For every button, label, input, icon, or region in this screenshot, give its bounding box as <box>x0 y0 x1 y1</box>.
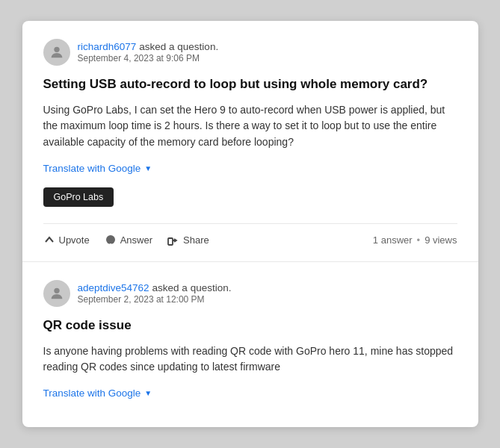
posts-card: richardh6077 asked a question. September… <box>22 21 478 427</box>
upvote-label: Upvote <box>59 234 90 246</box>
upvote-icon <box>43 234 55 246</box>
username-1[interactable]: richardh6077 <box>78 41 137 52</box>
svg-point-4 <box>54 288 59 293</box>
translate-label-1: Translate with Google <box>43 163 141 174</box>
view-count: 9 views <box>425 234 457 246</box>
post-title-1: Setting USB auto-record to loop but usin… <box>43 76 457 93</box>
post-header-2: adeptdive54762 asked a question. Septemb… <box>43 280 457 307</box>
post-meta-2: adeptdive54762 asked a question. Septemb… <box>78 282 232 305</box>
timestamp-1: September 4, 2023 at 9:06 PM <box>78 53 219 63</box>
answer-button[interactable]: Answer <box>99 234 161 246</box>
answer-count: 1 answer <box>373 234 413 246</box>
user-icon <box>49 44 65 60</box>
post-stats-1: 1 answer • 9 views <box>373 234 457 246</box>
asked-text-1: asked a question. <box>139 41 218 52</box>
post-footer-1: Upvote Answer Share 1 answer • 9 vi <box>43 223 457 246</box>
share-button[interactable]: Share <box>161 234 218 246</box>
chevron-down-icon-2: ▼ <box>144 389 152 397</box>
translate-button-1[interactable]: Translate with Google ▼ <box>43 163 152 174</box>
share-icon <box>167 234 179 246</box>
share-label: Share <box>183 234 209 246</box>
chevron-down-icon-1: ▼ <box>144 164 152 172</box>
post-meta-1: richardh6077 asked a question. September… <box>78 41 219 63</box>
upvote-button[interactable]: Upvote <box>43 234 99 246</box>
post-title-2: QR code issue <box>43 317 457 335</box>
svg-point-2 <box>109 243 111 246</box>
avatar-2 <box>43 280 70 307</box>
gopro-labs-tag[interactable]: GoPro Labs <box>43 187 114 207</box>
post-body-2: Is anyone having problems with reading Q… <box>43 343 457 376</box>
answer-icon <box>105 234 117 246</box>
user-icon-2 <box>49 285 65 302</box>
post-body-1: Using GoPro Labs, I can set the Hero 9 t… <box>43 102 457 151</box>
translate-label-2: Translate with Google <box>43 388 141 399</box>
svg-point-0 <box>54 47 59 52</box>
username-2[interactable]: adeptdive54762 <box>78 282 149 293</box>
answer-label: Answer <box>120 234 152 246</box>
avatar-1 <box>43 39 70 66</box>
timestamp-2: September 2, 2023 at 12:00 PM <box>78 294 232 305</box>
post-2: adeptdive54762 asked a question. Septemb… <box>22 261 478 427</box>
post-1: richardh6077 asked a question. September… <box>22 21 478 261</box>
post-header-1: richardh6077 asked a question. September… <box>43 39 457 66</box>
asked-text-2: asked a question. <box>152 282 232 293</box>
dot-separator: • <box>417 234 421 246</box>
svg-point-1 <box>106 235 115 244</box>
translate-button-2[interactable]: Translate with Google ▼ <box>43 388 152 399</box>
svg-rect-3 <box>168 238 173 245</box>
